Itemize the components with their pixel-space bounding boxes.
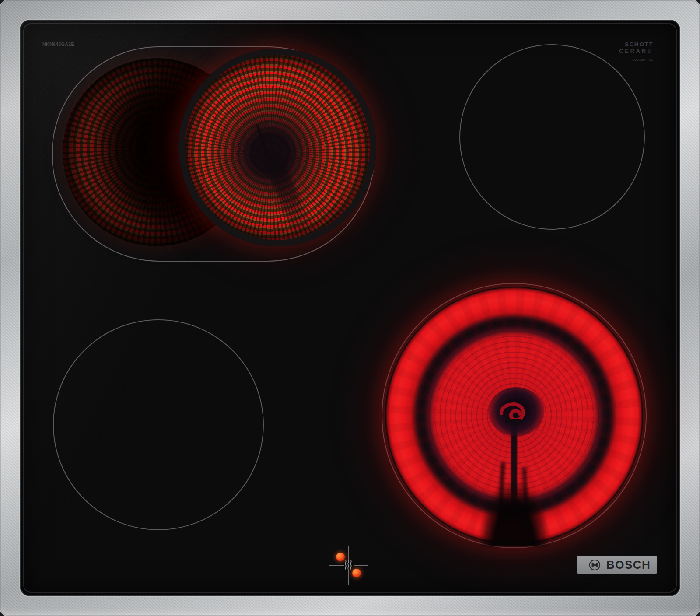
crosshair-horizontal-left	[329, 565, 344, 566]
schott-ceran-line1: SCHOTT	[619, 41, 653, 48]
lamp-filament-streak	[261, 149, 316, 243]
residual-heat-waves-icon	[344, 560, 353, 570]
bosch-anchor-icon	[589, 559, 601, 571]
bosch-badge: BOSCH	[578, 556, 657, 574]
crosshair-vertical-bottom	[348, 570, 349, 585]
glass-code-label: 9001607791	[619, 58, 653, 62]
ember-dot-2	[352, 569, 361, 578]
zone-outline-rear-right	[459, 44, 645, 230]
bosch-ceramic-hob-photo: NKN645GA2E SCHOTT CERAN® 9001607791	[0, 0, 700, 616]
bosch-wordmark: BOSCH	[606, 558, 651, 572]
lamp-filament-pin	[256, 124, 269, 155]
heater-front-right	[385, 287, 643, 545]
heater-hub	[488, 387, 544, 436]
heater-terminal-notch	[479, 473, 549, 546]
model-label: NKN645GA2E	[42, 42, 74, 47]
schott-ceran-logo: SCHOTT CERAN® 9001607791	[619, 41, 653, 62]
heater-hub-connector	[505, 419, 522, 423]
schott-ceran-line2: CERAN®	[619, 48, 653, 54]
ember-dot-1	[336, 553, 345, 561]
heater-rear-left-lamp	[178, 49, 376, 246]
crosshair-horizontal-right	[354, 565, 368, 566]
zone-outline-front-left	[53, 319, 264, 530]
